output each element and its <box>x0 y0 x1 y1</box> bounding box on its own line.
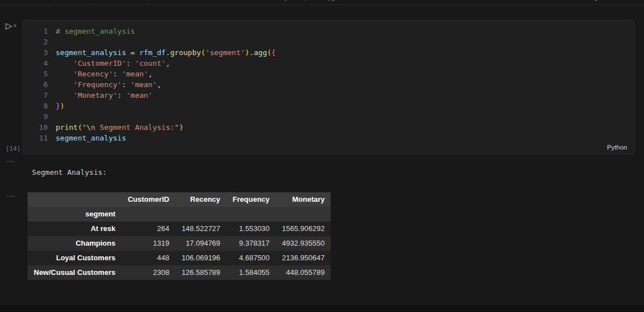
cell-value: 1.553030 <box>227 221 276 236</box>
toolbar-separator: | <box>92 0 94 1</box>
empty-header-cell <box>276 207 331 221</box>
code-text: print("\n Segment Analysis:") <box>56 122 183 133</box>
restart-icon: ↻ <box>199 0 204 1</box>
code-token: : <box>113 70 122 78</box>
line-number: 4 <box>23 58 48 69</box>
table-head: CustomerIDRecencyFrequencyMonetarysegmen… <box>28 192 331 221</box>
code-text: segment_analysis <box>56 133 126 143</box>
toolbar-button-label: Run All <box>167 0 190 1</box>
toolbar-button-outline[interactable]: ☰Outline <box>380 0 418 1</box>
toolbar-button-run-all[interactable]: ▷▷Run All <box>150 0 193 1</box>
column-header: Frequency <box>227 192 276 207</box>
cell-value: 17.094769 <box>175 236 227 251</box>
toolbar-button-restart[interactable]: ↻Restart <box>195 0 233 1</box>
line-number: 3 <box>23 47 48 58</box>
code-text: 'CustomerID': 'count', <box>56 58 170 69</box>
table-body: At resk264148.5227271.5530301565.906292C… <box>28 221 331 280</box>
code-line: 6 'Frequency': 'mean', <box>23 79 634 90</box>
cell-value: 126.585789 <box>175 265 227 280</box>
toolbar-button-jupyter-variables[interactable]: ⊞Jupyter Variables <box>308 0 379 1</box>
code-token: ) <box>60 102 65 110</box>
code-icon: + <box>62 0 66 1</box>
code-token: , <box>166 59 170 67</box>
code-editor[interactable]: 1# segment_analysis23segment_analysis = … <box>23 21 634 143</box>
line-number: 1 <box>23 26 48 37</box>
index-name-cell: segment <box>28 207 121 221</box>
code-token: : <box>118 91 127 100</box>
code-token: segment_analysis <box>56 48 126 57</box>
cell-value: 4932.935550 <box>276 236 331 251</box>
table-row: At resk264148.5227271.5530301565.906292 <box>28 221 331 236</box>
cell-value: 264 <box>121 221 175 236</box>
cell-value: 1319 <box>121 236 175 251</box>
cell-value: 148.522727 <box>175 221 227 236</box>
code-token: : <box>126 59 135 67</box>
kernel-icon: ❖ <box>581 0 587 1</box>
cell-value: 1.584055 <box>227 265 276 280</box>
execution-count: [14] <box>6 145 21 152</box>
code-text: 'Monetary': 'mean' <box>56 90 152 101</box>
output-collapse-button[interactable]: ... <box>7 190 15 198</box>
code-line: 5 'Recency': 'mean', <box>23 69 634 79</box>
code-token: 'CustomerID' <box>73 59 126 67</box>
code-token: } <box>56 102 60 110</box>
empty-header-cell <box>175 207 227 221</box>
notebook-toolbar-items: ✦Generate|+Code|+Markdown|▷▷Run All↻Rest… <box>0 0 644 4</box>
toolbar-button-markdown[interactable]: +Markdown <box>97 0 144 1</box>
code-token <box>56 70 73 78</box>
code-token: : <box>121 80 130 89</box>
toolbar-button-generate[interactable]: ✦Generate <box>7 0 52 1</box>
toolbar-button-label: Generate <box>19 0 48 1</box>
code-token: print <box>56 123 78 132</box>
line-number: 9 <box>23 111 48 122</box>
play-icon: ▷ <box>6 21 12 30</box>
output-collapse-button[interactable]: ... <box>7 155 15 163</box>
kernel-picker[interactable]: ❖Python 3.13.0 <box>581 0 637 1</box>
code-token: Segment Analysis:" <box>95 123 179 132</box>
row-index: Champions <box>28 236 121 251</box>
toolbar-button-clear-all-outputs[interactable]: ≡Clear All Outputs <box>235 0 302 1</box>
code-line: 4 'CustomerID': 'count', <box>23 58 634 69</box>
code-token: 'Frequency' <box>73 80 121 89</box>
markdown-icon: + <box>101 0 105 1</box>
toolbar-separator: | <box>304 0 306 1</box>
code-line: 1# segment_analysis <box>23 26 634 37</box>
cell-footer: Python <box>23 143 634 154</box>
row-index: Loyal Customers <box>28 251 121 265</box>
code-token: 'mean' <box>130 80 157 89</box>
output-text-row: ... Segment Analysis: <box>0 157 644 178</box>
code-token: { <box>272 48 276 57</box>
code-token: 'Recency' <box>73 70 112 78</box>
code-cell: 1# segment_analysis23segment_analysis = … <box>22 20 634 155</box>
kernel-label: Python 3.13.0 <box>591 0 634 1</box>
empty-header-cell <box>227 207 276 221</box>
jupyter-variables-icon: ⊞ <box>312 0 318 1</box>
table-corner-cell <box>28 192 121 207</box>
line-number: 7 <box>23 90 48 101</box>
code-line: 3segment_analysis = rfm_df.groupby('segm… <box>23 47 634 58</box>
cell-value: 2136.950647 <box>276 251 331 265</box>
toolbar-button-label: Outline <box>393 0 415 1</box>
toolbar-button-label: Code <box>69 0 86 1</box>
toolbar-button-code[interactable]: +Code <box>58 0 90 1</box>
dataframe-table: CustomerIDRecencyFrequencyMonetarysegmen… <box>28 192 331 280</box>
code-text: 'Frequency': 'mean', <box>56 79 161 90</box>
notebook-toolbar: ✦Generate|+Code|+Markdown|▷▷Run All↻Rest… <box>0 0 644 5</box>
run-cell-button[interactable]: ▷ ∨ <box>6 21 16 30</box>
notebook-cell: ▷ ∨ [14] 1# segment_analysis23segment_an… <box>0 20 644 155</box>
row-index: At resk <box>28 221 121 236</box>
column-header: Monetary <box>276 192 331 207</box>
output-table-row: ... CustomerIDRecencyFrequencyMonetaryse… <box>0 192 644 280</box>
code-text: 'Recency': 'mean', <box>56 69 152 79</box>
cell-value: 4.687500 <box>227 251 276 265</box>
code-token: 'segment' <box>205 48 245 57</box>
cell-language-label[interactable]: Python <box>607 144 627 151</box>
code-token: = <box>126 48 139 57</box>
code-token: 'count' <box>135 59 166 67</box>
code-token: . <box>166 48 170 57</box>
index-name-row: segment <box>28 207 331 221</box>
table-row: Loyal Customers448106.0691964.6875002136… <box>28 251 331 265</box>
code-token: 'Monetary' <box>73 91 117 100</box>
line-number: 11 <box>23 133 48 143</box>
code-line: 8}) <box>23 101 634 111</box>
